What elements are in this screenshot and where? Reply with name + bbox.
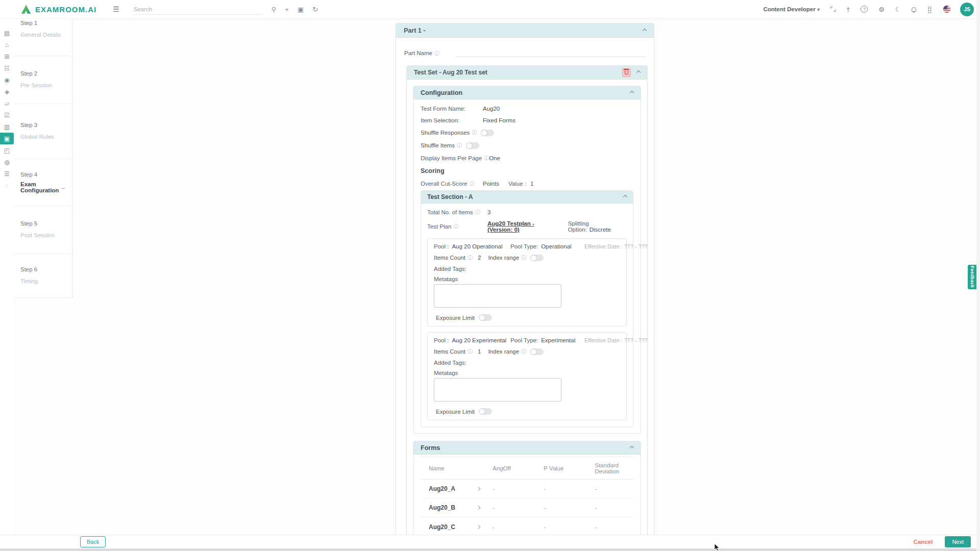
data-logs-icon[interactable]: ☰ [0,168,14,180]
reports-icon[interactable]: ▥ [0,121,14,133]
index-range-toggle[interactable] [530,348,544,355]
back-button[interactable]: Back [80,536,106,547]
next-button[interactable]: Next [945,536,971,547]
hamburger-menu-icon[interactable]: ☰ [113,5,119,13]
organization-icon[interactable]: ⌂ [0,39,14,51]
info-icon[interactable]: ⓘ [484,155,489,162]
test-plan-link[interactable]: Aug20 Testplan - (Version: 0) [487,220,560,233]
notifications-bell-icon[interactable] [912,7,916,12]
shuffle-items-row: Shuffle Items ⓘ [421,142,633,149]
test-set-title: Test Set - Aug 20 Test set [414,69,487,76]
documents-icon[interactable]: ▱ [0,97,14,109]
cut-score-row: Overall Cut-Scoreⓘ Points Value : 1 [421,180,633,187]
chevron-right-icon[interactable] [476,524,480,529]
header-right: Content Developer ▾ † ? ⚙ ☾ ⣿ JS [763,3,974,16]
form-p-value: - [535,505,586,511]
configuration-section: Configuration Test Form Name: Aug20 [413,86,641,434]
info-icon[interactable]: ⓘ [468,348,473,355]
form-p-value: - [535,524,586,530]
info-icon[interactable]: ⓘ [457,142,462,149]
settings-icon[interactable]: ⚙ [878,6,885,13]
wizard-step[interactable]: Step 6 Timing → [14,254,72,297]
collapse-part-icon[interactable] [643,28,647,32]
wizard-step[interactable]: Step 3 Global Rules → [14,104,72,159]
shuffle-items-toggle[interactable] [466,142,479,149]
exposure-limit-toggle[interactable] [479,314,492,321]
form-p-value: - [535,486,586,492]
search-input[interactable] [133,4,263,15]
metatags-textarea[interactable] [434,284,561,308]
collapse-test-set-icon[interactable] [636,70,641,74]
part-name-input[interactable] [455,48,646,57]
form-row[interactable]: Aug20_C - - - [421,517,633,536]
exposure-limit-toggle[interactable] [479,408,492,415]
info-icon[interactable]: ⓘ [434,51,439,56]
content-bank-icon[interactable]: ⊞ [0,51,14,62]
metatags-textarea[interactable] [434,378,561,402]
accessibility-icon[interactable]: † [846,6,850,13]
collapse-configuration-icon[interactable] [630,90,634,94]
calendar-icon[interactable]: ▣ [298,6,304,13]
search-icon[interactable]: ⚲ [272,6,277,13]
info-icon[interactable]: ⓘ [468,254,473,261]
integrations-icon[interactable]: ◌ [0,180,14,191]
forms-table-header: Name AngOff P Value Standard Deviation [421,457,633,480]
user-groups-icon[interactable]: ☷ [0,62,14,74]
dark-mode-icon[interactable]: ☾ [895,6,901,13]
collapse-forms-icon[interactable] [630,445,634,449]
shuffle-responses-toggle[interactable] [481,130,494,136]
step-number: Step 5 [20,220,66,227]
form-row[interactable]: Aug20_A - - - [421,480,633,498]
info-icon[interactable]: ⓘ [521,348,526,355]
wizard-step[interactable]: Step 4 Exam Configuration → [14,159,72,206]
item-bank-icon[interactable]: ◰ [0,144,14,156]
delete-test-set-button[interactable] [622,68,631,77]
forms-column-header: AngOff [484,465,535,471]
users-icon[interactable]: ◉ [0,74,14,86]
index-range-toggle[interactable] [530,255,544,261]
logo-text: EXAMROOM.AI [35,5,96,14]
chevron-right-icon[interactable] [476,506,480,510]
display-items-value: One [489,155,500,161]
feedback-tab[interactable]: Feedback [968,265,976,289]
step-number: Step 6 [20,266,66,272]
vertical-scrollbar-track[interactable] [976,0,980,551]
step-number: Step 4 [20,171,66,178]
forms-column-header: Name [421,465,484,471]
horizontal-scrollbar[interactable] [0,548,980,551]
trash-icon [625,70,628,74]
add-icon[interactable]: + [285,6,289,13]
wizard-step[interactable]: Step 1 General Details → [14,19,72,56]
apps-grid-icon[interactable]: ⣿ [927,6,932,13]
help-icon[interactable]: ? [861,6,868,13]
wizard-step[interactable]: Step 2 Pre Session → [14,56,72,104]
role-selector[interactable]: Content Developer ▾ [763,6,819,12]
billing-icon[interactable]: ▤ [0,27,14,39]
cancel-button[interactable]: Cancel [914,539,933,545]
user-avatar[interactable]: JS [960,3,974,16]
form-row[interactable]: Aug20_B - - - [421,498,633,517]
web-services-icon[interactable]: ◍ [0,156,14,168]
info-icon[interactable]: ⓘ [469,180,474,187]
info-icon[interactable]: ⓘ [453,223,458,230]
fullscreen-icon[interactable] [830,7,836,12]
forms-section: Forms Name AngOff P Value Standard Devia… [413,441,641,541]
wizard-step[interactable]: Step 5 Post Session → [14,206,72,254]
language-flag-icon[interactable] [943,5,951,13]
shuffle-responses-row: Shuffle Responses ⓘ [421,129,633,136]
forms-column-header: Standard Deviation [586,462,633,474]
top-header: EXAMROOM.AI ☰ ⚲ + ▣ ↻ Content Developer … [0,0,980,19]
forms-header: Forms [413,441,641,455]
info-icon[interactable]: ⓘ [521,254,526,261]
history-icon[interactable]: ↻ [312,6,318,13]
examroom-logo: EXAMROOM.AI [20,4,96,15]
exams-icon[interactable]: ▣ [0,133,14,144]
info-icon[interactable]: ⓘ [472,129,477,136]
part-name-row: Part Nameⓘ [396,44,654,57]
candidates-icon[interactable]: ◈ [0,86,14,97]
wizard-steps-panel: Step 1 General Details → Step 2 Pre Sess… [14,19,73,298]
info-icon[interactable]: ⓘ [475,209,480,216]
chevron-right-icon[interactable] [476,487,480,491]
tasks-icon[interactable]: ☑ [0,109,14,121]
collapse-test-section-icon[interactable] [623,195,627,199]
